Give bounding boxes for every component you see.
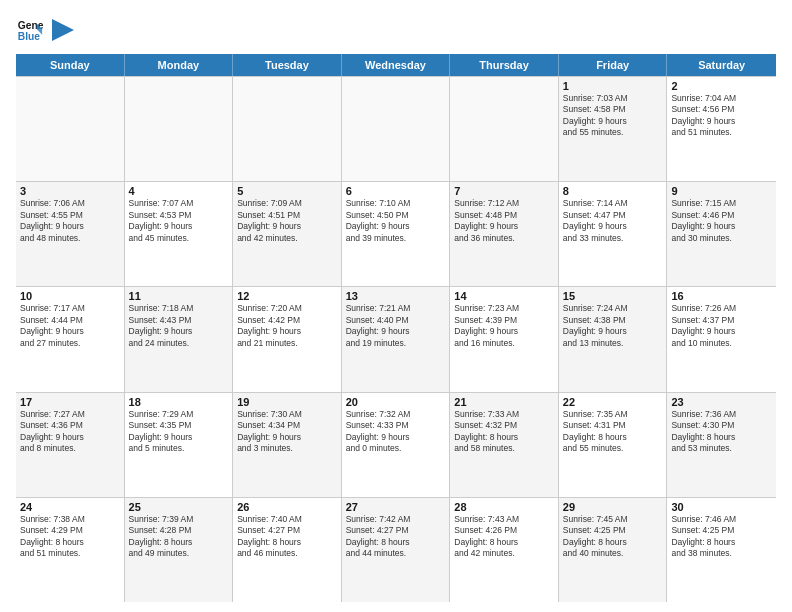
cal-cell-1-3: 6Sunrise: 7:10 AM Sunset: 4:50 PM Daylig… [342,182,451,286]
day-number: 18 [129,396,229,408]
day-number: 23 [671,396,772,408]
day-number: 30 [671,501,772,513]
cal-cell-0-1 [125,77,234,181]
day-info: Sunrise: 7:43 AM Sunset: 4:26 PM Dayligh… [454,514,554,560]
day-number: 21 [454,396,554,408]
cal-cell-2-0: 10Sunrise: 7:17 AM Sunset: 4:44 PM Dayli… [16,287,125,391]
day-info: Sunrise: 7:33 AM Sunset: 4:32 PM Dayligh… [454,409,554,455]
day-header-friday: Friday [559,54,668,76]
day-number: 10 [20,290,120,302]
day-info: Sunrise: 7:17 AM Sunset: 4:44 PM Dayligh… [20,303,120,349]
day-number: 3 [20,185,120,197]
day-info: Sunrise: 7:29 AM Sunset: 4:35 PM Dayligh… [129,409,229,455]
cal-cell-4-0: 24Sunrise: 7:38 AM Sunset: 4:29 PM Dayli… [16,498,125,602]
day-number: 25 [129,501,229,513]
cal-cell-1-2: 5Sunrise: 7:09 AM Sunset: 4:51 PM Daylig… [233,182,342,286]
logo-arrow-icon [52,19,74,41]
day-header-sunday: Sunday [16,54,125,76]
cal-cell-3-5: 22Sunrise: 7:35 AM Sunset: 4:31 PM Dayli… [559,393,668,497]
day-info: Sunrise: 7:18 AM Sunset: 4:43 PM Dayligh… [129,303,229,349]
cal-cell-0-4 [450,77,559,181]
svg-text:Blue: Blue [18,31,41,42]
day-info: Sunrise: 7:07 AM Sunset: 4:53 PM Dayligh… [129,198,229,244]
calendar-row-1: 3Sunrise: 7:06 AM Sunset: 4:55 PM Daylig… [16,182,776,287]
day-number: 5 [237,185,337,197]
cal-cell-1-5: 8Sunrise: 7:14 AM Sunset: 4:47 PM Daylig… [559,182,668,286]
cal-cell-1-4: 7Sunrise: 7:12 AM Sunset: 4:48 PM Daylig… [450,182,559,286]
cal-cell-1-6: 9Sunrise: 7:15 AM Sunset: 4:46 PM Daylig… [667,182,776,286]
header: General Blue [16,16,776,44]
day-header-tuesday: Tuesday [233,54,342,76]
day-info: Sunrise: 7:10 AM Sunset: 4:50 PM Dayligh… [346,198,446,244]
cal-cell-2-6: 16Sunrise: 7:26 AM Sunset: 4:37 PM Dayli… [667,287,776,391]
day-number: 4 [129,185,229,197]
day-number: 1 [563,80,663,92]
day-number: 11 [129,290,229,302]
calendar-row-3: 17Sunrise: 7:27 AM Sunset: 4:36 PM Dayli… [16,393,776,498]
day-info: Sunrise: 7:15 AM Sunset: 4:46 PM Dayligh… [671,198,772,244]
day-info: Sunrise: 7:45 AM Sunset: 4:25 PM Dayligh… [563,514,663,560]
day-info: Sunrise: 7:27 AM Sunset: 4:36 PM Dayligh… [20,409,120,455]
cal-cell-0-6: 2Sunrise: 7:04 AM Sunset: 4:56 PM Daylig… [667,77,776,181]
day-info: Sunrise: 7:21 AM Sunset: 4:40 PM Dayligh… [346,303,446,349]
cal-cell-2-1: 11Sunrise: 7:18 AM Sunset: 4:43 PM Dayli… [125,287,234,391]
cal-cell-2-2: 12Sunrise: 7:20 AM Sunset: 4:42 PM Dayli… [233,287,342,391]
cal-cell-0-3 [342,77,451,181]
day-number: 17 [20,396,120,408]
cal-cell-4-2: 26Sunrise: 7:40 AM Sunset: 4:27 PM Dayli… [233,498,342,602]
calendar-header: SundayMondayTuesdayWednesdayThursdayFrid… [16,54,776,76]
day-info: Sunrise: 7:14 AM Sunset: 4:47 PM Dayligh… [563,198,663,244]
day-info: Sunrise: 7:30 AM Sunset: 4:34 PM Dayligh… [237,409,337,455]
day-number: 19 [237,396,337,408]
cal-cell-4-4: 28Sunrise: 7:43 AM Sunset: 4:26 PM Dayli… [450,498,559,602]
day-info: Sunrise: 7:40 AM Sunset: 4:27 PM Dayligh… [237,514,337,560]
day-header-saturday: Saturday [667,54,776,76]
logo: General Blue [16,16,74,44]
day-number: 7 [454,185,554,197]
cal-cell-2-5: 15Sunrise: 7:24 AM Sunset: 4:38 PM Dayli… [559,287,668,391]
day-info: Sunrise: 7:36 AM Sunset: 4:30 PM Dayligh… [671,409,772,455]
cal-cell-0-5: 1Sunrise: 7:03 AM Sunset: 4:58 PM Daylig… [559,77,668,181]
calendar-row-4: 24Sunrise: 7:38 AM Sunset: 4:29 PM Dayli… [16,498,776,602]
day-info: Sunrise: 7:38 AM Sunset: 4:29 PM Dayligh… [20,514,120,560]
day-number: 26 [237,501,337,513]
cal-cell-4-3: 27Sunrise: 7:42 AM Sunset: 4:27 PM Dayli… [342,498,451,602]
cal-cell-4-1: 25Sunrise: 7:39 AM Sunset: 4:28 PM Dayli… [125,498,234,602]
day-info: Sunrise: 7:09 AM Sunset: 4:51 PM Dayligh… [237,198,337,244]
day-header-thursday: Thursday [450,54,559,76]
day-number: 12 [237,290,337,302]
day-info: Sunrise: 7:24 AM Sunset: 4:38 PM Dayligh… [563,303,663,349]
page: General Blue SundayMondayTuesdayWednesda… [0,0,792,612]
day-info: Sunrise: 7:23 AM Sunset: 4:39 PM Dayligh… [454,303,554,349]
cal-cell-0-0 [16,77,125,181]
cal-cell-3-0: 17Sunrise: 7:27 AM Sunset: 4:36 PM Dayli… [16,393,125,497]
logo-icon: General Blue [16,16,44,44]
day-info: Sunrise: 7:26 AM Sunset: 4:37 PM Dayligh… [671,303,772,349]
day-info: Sunrise: 7:04 AM Sunset: 4:56 PM Dayligh… [671,93,772,139]
day-number: 27 [346,501,446,513]
day-info: Sunrise: 7:32 AM Sunset: 4:33 PM Dayligh… [346,409,446,455]
day-number: 13 [346,290,446,302]
day-number: 20 [346,396,446,408]
day-info: Sunrise: 7:12 AM Sunset: 4:48 PM Dayligh… [454,198,554,244]
svg-marker-4 [52,19,74,41]
day-info: Sunrise: 7:06 AM Sunset: 4:55 PM Dayligh… [20,198,120,244]
day-number: 28 [454,501,554,513]
cal-cell-2-4: 14Sunrise: 7:23 AM Sunset: 4:39 PM Dayli… [450,287,559,391]
day-header-monday: Monday [125,54,234,76]
cal-cell-4-6: 30Sunrise: 7:46 AM Sunset: 4:25 PM Dayli… [667,498,776,602]
cal-cell-2-3: 13Sunrise: 7:21 AM Sunset: 4:40 PM Dayli… [342,287,451,391]
day-info: Sunrise: 7:39 AM Sunset: 4:28 PM Dayligh… [129,514,229,560]
day-info: Sunrise: 7:03 AM Sunset: 4:58 PM Dayligh… [563,93,663,139]
day-number: 14 [454,290,554,302]
day-number: 9 [671,185,772,197]
day-info: Sunrise: 7:20 AM Sunset: 4:42 PM Dayligh… [237,303,337,349]
day-info: Sunrise: 7:46 AM Sunset: 4:25 PM Dayligh… [671,514,772,560]
day-number: 24 [20,501,120,513]
day-number: 8 [563,185,663,197]
day-header-wednesday: Wednesday [342,54,451,76]
calendar-row-0: 1Sunrise: 7:03 AM Sunset: 4:58 PM Daylig… [16,77,776,182]
cal-cell-3-2: 19Sunrise: 7:30 AM Sunset: 4:34 PM Dayli… [233,393,342,497]
day-number: 2 [671,80,772,92]
cal-cell-3-3: 20Sunrise: 7:32 AM Sunset: 4:33 PM Dayli… [342,393,451,497]
